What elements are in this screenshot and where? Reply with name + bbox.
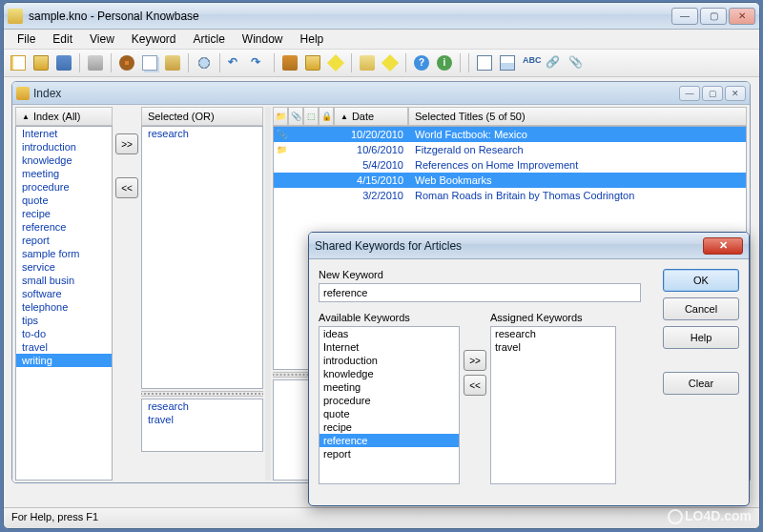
available-keyword-item[interactable]: report: [320, 447, 459, 460]
open2-button[interactable]: [302, 52, 323, 73]
menu-article[interactable]: Article: [186, 31, 233, 48]
title-row[interactable]: 3/2/2010Roman Roads in Britain by Thomas…: [274, 188, 746, 203]
folder-button[interactable]: [357, 52, 378, 73]
index-item[interactable]: reference: [16, 220, 112, 234]
save-button[interactable]: [53, 52, 74, 73]
index-item[interactable]: telephone: [16, 300, 112, 314]
title-row[interactable]: 📁10/6/2010Fitzgerald on Research: [274, 142, 746, 157]
index-item[interactable]: recipe: [16, 207, 112, 220]
available-keyword-item[interactable]: Internet: [320, 340, 459, 354]
index-item[interactable]: quote: [16, 194, 112, 207]
ok-button[interactable]: OK: [663, 269, 739, 292]
copy-button[interactable]: [139, 52, 160, 73]
book-button[interactable]: [279, 52, 300, 73]
view1-button[interactable]: [474, 52, 495, 73]
available-keyword-item[interactable]: recipe: [320, 420, 459, 434]
minimize-button[interactable]: —: [671, 8, 698, 25]
index-item[interactable]: writing: [16, 354, 112, 367]
selected-list[interactable]: research: [141, 126, 263, 389]
col-date[interactable]: ▲ Date: [334, 107, 408, 126]
col-titles[interactable]: Selected Titles (5 of 50): [408, 107, 747, 126]
unassign-keyword-button[interactable]: <<: [464, 375, 486, 396]
vertical-splitter[interactable]: [265, 107, 271, 481]
clear-button[interactable]: Clear: [663, 372, 739, 395]
available-keyword-item[interactable]: ideas: [320, 327, 459, 340]
redo-button[interactable]: ↷: [248, 52, 269, 73]
index-item[interactable]: tips: [16, 314, 112, 327]
selected-keyword-item[interactable]: research: [142, 127, 262, 140]
horizontal-splitter[interactable]: [141, 391, 263, 397]
available-keyword-item[interactable]: reference: [320, 434, 459, 447]
cancel-button[interactable]: Cancel: [663, 297, 739, 320]
link-button[interactable]: 🔗: [543, 52, 564, 73]
menu-file[interactable]: File: [10, 31, 43, 48]
help-button[interactable]: ?: [411, 52, 432, 73]
col-lock[interactable]: 🔒: [319, 107, 334, 126]
undo-button[interactable]: ↶: [225, 52, 246, 73]
tag2-button[interactable]: [380, 52, 401, 73]
article-keyword-item[interactable]: research: [142, 399, 262, 413]
menu-help[interactable]: Help: [293, 31, 332, 48]
menu-window[interactable]: Window: [235, 31, 291, 48]
article-keywords-list[interactable]: researchtravel: [141, 399, 263, 452]
find-button[interactable]: [194, 52, 215, 73]
print-button[interactable]: [85, 52, 106, 73]
close-button[interactable]: ✕: [729, 8, 755, 25]
assigned-keywords-list[interactable]: researchtravel: [490, 326, 616, 484]
index-item[interactable]: software: [16, 287, 112, 300]
assigned-keyword-item[interactable]: travel: [491, 340, 615, 354]
new-keyword-input[interactable]: [319, 283, 641, 302]
add-keyword-button[interactable]: >>: [115, 133, 138, 154]
new-button[interactable]: [8, 52, 29, 73]
index-item[interactable]: sample form: [16, 247, 112, 260]
selected-header[interactable]: Selected (OR): [141, 107, 263, 126]
available-keyword-item[interactable]: quote: [320, 407, 459, 420]
help-button[interactable]: Help: [663, 326, 739, 349]
menu-edit[interactable]: Edit: [45, 31, 80, 48]
dialog-close-button[interactable]: ✕: [703, 237, 743, 255]
available-keyword-item[interactable]: procedure: [320, 394, 459, 407]
index-header[interactable]: ▲ Index (All): [15, 107, 113, 126]
tag-button[interactable]: [325, 52, 346, 73]
available-keyword-item[interactable]: knowledge: [320, 367, 459, 380]
cut-button[interactable]: [116, 52, 137, 73]
available-keyword-item[interactable]: introduction: [320, 354, 459, 367]
paste-button[interactable]: [162, 52, 183, 73]
assign-keyword-button[interactable]: >>: [464, 350, 486, 371]
col-attach[interactable]: 📎: [288, 107, 303, 126]
index-list[interactable]: Internetintroductionknowledgemeetingproc…: [15, 126, 113, 481]
col-link[interactable]: ⬚: [303, 107, 319, 126]
view2-button[interactable]: [497, 52, 518, 73]
mdi-close[interactable]: ✕: [725, 86, 746, 101]
col-folder[interactable]: 📁: [273, 107, 288, 126]
index-item[interactable]: to-do: [16, 327, 112, 340]
attach-button[interactable]: 📎: [566, 52, 587, 73]
title-row[interactable]: 4/15/2010Web Bookmarks: [274, 173, 746, 188]
mdi-minimize[interactable]: —: [679, 86, 700, 101]
index-item[interactable]: small busin: [16, 274, 112, 287]
index-item[interactable]: introduction: [16, 140, 112, 153]
spellcheck-icon: ABC: [523, 55, 538, 71]
maximize-button[interactable]: ▢: [700, 8, 727, 25]
mdi-maximize[interactable]: ▢: [702, 86, 723, 101]
menu-keyword[interactable]: Keyword: [124, 31, 184, 48]
available-keywords-list[interactable]: ideasInternetintroductionknowledgemeetin…: [319, 326, 460, 484]
remove-keyword-button[interactable]: <<: [115, 177, 138, 198]
article-keyword-item[interactable]: travel: [142, 413, 262, 426]
index-item[interactable]: knowledge: [16, 153, 112, 167]
open-button[interactable]: [31, 52, 52, 73]
spell-button[interactable]: ABC: [520, 52, 541, 73]
index-item[interactable]: procedure: [16, 180, 112, 194]
index-item[interactable]: report: [16, 234, 112, 247]
web-button[interactable]: i: [434, 52, 455, 73]
title-row[interactable]: 📎10/20/2010World Factbook: Mexico: [274, 127, 746, 142]
menu-view[interactable]: View: [82, 31, 122, 48]
index-item[interactable]: Internet: [16, 127, 112, 140]
title-row[interactable]: 5/4/2010References on Home Improvement: [274, 157, 746, 173]
index-item[interactable]: service: [16, 260, 112, 274]
available-keyword-item[interactable]: meeting: [320, 380, 459, 394]
index-item[interactable]: travel: [16, 340, 112, 354]
shared-keywords-dialog: Shared Keywords for Articles ✕ New Keywo…: [308, 232, 750, 506]
index-item[interactable]: meeting: [16, 167, 112, 180]
assigned-keyword-item[interactable]: research: [491, 327, 615, 340]
